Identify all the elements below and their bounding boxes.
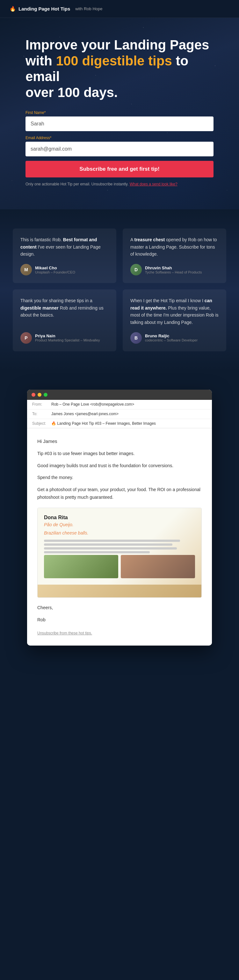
avatar: M bbox=[21, 264, 32, 275]
author-role: Unsplash – Founder/CEO bbox=[35, 270, 75, 274]
author-role: Tyche Softwares – Head of Products bbox=[145, 270, 202, 274]
from-label: From: bbox=[32, 402, 51, 407]
hero-section: Improve your Landing Pages with 100 dige… bbox=[0, 18, 239, 209]
author-name: Dhruvin Shah bbox=[145, 266, 202, 270]
mock-brand-name: Dona Rita Pão de Queijo. Brazilian chees… bbox=[44, 514, 195, 537]
testimonial-text: When I get the Hot Tip email I know I ca… bbox=[130, 297, 218, 326]
hero-highlight: 100 digestible tips bbox=[56, 53, 172, 68]
email-image-mock: Dona Rita Pão de Queijo. Brazilian chees… bbox=[38, 508, 201, 585]
subject-label: Subject: bbox=[32, 421, 51, 426]
testimonial-author: B Bruno Raljic codecentric – Software De… bbox=[130, 332, 218, 344]
testimonials-section: This is fantastic Rob. Best format and c… bbox=[0, 209, 239, 371]
email-window: From: Rob – One Page Love <rob@onepagelo… bbox=[27, 390, 212, 646]
testimonial-card: Thank you for sharing these tips in a di… bbox=[13, 290, 116, 352]
brand-title: Landing Page Hot Tips bbox=[19, 6, 70, 11]
author-role: Product Marketing Specialist – Mindvalle… bbox=[35, 338, 100, 342]
email-meta: From: Rob – One Page Love <rob@onepagelo… bbox=[27, 400, 212, 428]
mock-images bbox=[44, 555, 195, 578]
mock-image-food bbox=[44, 555, 118, 578]
email-subject-row: Subject: 🔥 Landing Page Hot Tip #03 – Fe… bbox=[27, 419, 212, 428]
first-name-input[interactable] bbox=[25, 116, 214, 131]
testimonial-text: This is fantastic Rob. Best format and c… bbox=[21, 236, 109, 258]
unsubscribe-link[interactable]: Unsubscribe from these hot tips. bbox=[37, 630, 202, 636]
mock-bottom bbox=[38, 585, 201, 597]
testimonial-author: M Mikael Cho Unsplash – Founder/CEO bbox=[21, 264, 109, 275]
hero-heading: Improve your Landing Pages with 100 dige… bbox=[25, 37, 214, 100]
subject-value: 🔥 Landing Page Hot Tip #03 – Fewer Image… bbox=[51, 421, 156, 426]
email-label: Email Address* bbox=[25, 135, 214, 140]
brand-author: with Rob Hope bbox=[75, 6, 102, 11]
signup-form: First Name* Email Address* Subscribe fre… bbox=[25, 110, 214, 187]
avatar: P bbox=[21, 332, 32, 344]
testimonial-text: Thank you for sharing these tips in a di… bbox=[21, 297, 109, 318]
email-paragraph-2: Good imagery builds trust and trust is t… bbox=[37, 462, 202, 470]
email-titlebar bbox=[27, 390, 212, 400]
mock-image-person bbox=[121, 555, 195, 578]
form-note: Only one actionable Hot Tip per email. U… bbox=[25, 181, 214, 187]
fire-icon: 🔥 bbox=[9, 6, 16, 12]
email-paragraph-1: Tip #03 is to use fewer images but bette… bbox=[37, 450, 202, 458]
testimonial-author: D Dhruvin Shah Tyche Softwares – Head of… bbox=[130, 264, 218, 275]
first-name-label: First Name* bbox=[25, 110, 214, 115]
email-paragraph-4: Get a photoshoot of your team, your prod… bbox=[37, 486, 202, 501]
email-preview-section: From: Rob – One Page Love <rob@onepagelo… bbox=[0, 371, 239, 665]
mock-text bbox=[44, 539, 195, 555]
close-button-icon[interactable] bbox=[32, 393, 35, 397]
avatar: D bbox=[130, 264, 142, 275]
author-name: Bruno Raljic bbox=[145, 334, 198, 338]
to-label: To: bbox=[32, 411, 51, 416]
testimonial-text: A treasure chest opened by Rob on how to… bbox=[130, 236, 218, 258]
email-image: Dona Rita Pão de Queijo. Brazilian chees… bbox=[37, 508, 202, 598]
maximize-button-icon[interactable] bbox=[44, 393, 47, 397]
author-name: Mikael Cho bbox=[35, 266, 75, 270]
subscribe-button[interactable]: Subscribe free and get first tip! bbox=[25, 161, 214, 177]
email-sign: Rob bbox=[37, 616, 202, 624]
to-value: James Jones <james@earl-jones.com> bbox=[51, 411, 119, 417]
avatar: B bbox=[130, 332, 142, 344]
email-cheers: Cheers, bbox=[37, 604, 202, 612]
email-body: Hi James Tip #03 is to use fewer images … bbox=[27, 428, 212, 645]
author-name: Priya Nain bbox=[35, 334, 100, 338]
email-from-row: From: Rob – One Page Love <rob@onepagelo… bbox=[27, 400, 212, 409]
header: 🔥 Landing Page Hot Tips with Rob Hope bbox=[0, 0, 239, 18]
hero-content: Improve your Landing Pages with 100 dige… bbox=[25, 37, 214, 187]
email-to-row: To: James Jones <james@earl-jones.com> bbox=[27, 409, 212, 419]
email-greeting: Hi James bbox=[37, 437, 202, 445]
send-preview-link[interactable]: What does a send look like? bbox=[130, 182, 177, 186]
testimonial-card: When I get the Hot Tip email I know I ca… bbox=[123, 290, 226, 352]
testimonial-author: P Priya Nain Product Marketing Specialis… bbox=[21, 332, 109, 344]
email-paragraph-3: Spend the money. bbox=[37, 474, 202, 482]
brand: 🔥 Landing Page Hot Tips with Rob Hope bbox=[9, 6, 103, 12]
from-value: Rob – One Page Love <rob@onepagelove.com… bbox=[51, 402, 134, 407]
email-input[interactable] bbox=[25, 142, 214, 156]
author-role: codecentric – Software Developer bbox=[145, 338, 198, 342]
minimize-button-icon[interactable] bbox=[38, 393, 41, 397]
testimonial-card: A treasure chest opened by Rob on how to… bbox=[123, 229, 226, 283]
testimonial-card: This is fantastic Rob. Best format and c… bbox=[13, 229, 116, 283]
